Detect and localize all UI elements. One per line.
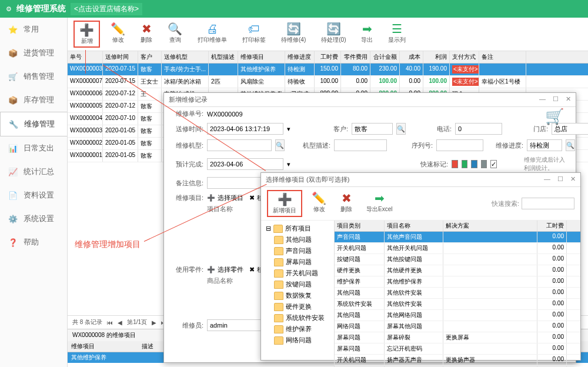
sidebar-item-销售管理[interactable]: 🛒销售管理 xyxy=(0,65,67,88)
tree-item[interactable]: 屏幕问题 xyxy=(263,256,332,268)
sidebar-item-统计汇总[interactable]: 📈统计汇总 xyxy=(0,160,67,184)
grid-header-5[interactable]: 维修项目 xyxy=(238,51,285,63)
toolbar-查询[interactable]: 🔍查询 xyxy=(163,21,187,48)
toolbar-显示列[interactable]: ☰显示列 xyxy=(383,21,410,48)
tree-item[interactable]: 数据恢复 xyxy=(263,290,332,301)
mark-clear[interactable]: ✓ xyxy=(490,160,497,168)
search-icon[interactable]: 🔍 xyxy=(566,139,575,151)
grid-header-10[interactable]: 成本 xyxy=(400,51,423,63)
grid-header-1[interactable]: 送修时间 xyxy=(103,51,138,63)
toolbar-待维修(4)[interactable]: 🔄待维修(4) xyxy=(276,21,310,48)
d2-table-row[interactable]: 开关机问题扬声器无声音更换扬声器0.00 xyxy=(335,355,580,366)
grid-row[interactable]: WX00000072020-07-15王女士冰箱/美的冰箱2匹风扇除尘待验收10… xyxy=(68,76,588,88)
mark-gray[interactable] xyxy=(481,160,487,168)
model-desc-input[interactable] xyxy=(334,139,387,151)
add-part-icon[interactable]: ➕ xyxy=(207,266,215,273)
d2-table-row[interactable]: 硬件更换其他硬件更换0.00 xyxy=(335,265,580,276)
store-name-button[interactable]: <点击设置店铺名称> xyxy=(71,3,142,15)
grid-header-7[interactable]: 工时费 xyxy=(315,51,341,63)
minimize-icon[interactable]: — xyxy=(539,95,546,104)
add-item-icon[interactable]: ➕ xyxy=(207,194,215,202)
d2-table-row[interactable]: 网络问题屏幕其他问题0.00 xyxy=(335,321,580,332)
cart-icon: 🛒 xyxy=(545,108,564,126)
expect-date-input[interactable] xyxy=(207,158,283,170)
d2-header[interactable]: 项目类别 xyxy=(335,221,385,231)
sidebar-item-维修管理[interactable]: 🔧维修管理 xyxy=(0,112,67,136)
d2-table-row[interactable]: 系统软件安装其他软件安装0.00 xyxy=(335,299,580,310)
grid-header-4[interactable]: 机型描述 xyxy=(209,51,238,63)
d2-table-row[interactable]: 声音问题其他声音问题0.00 xyxy=(335,232,580,243)
d2-table-row[interactable]: 开关机问题其他开关机问题0.00 xyxy=(335,243,580,254)
tree-item[interactable]: 硬件更换 xyxy=(263,301,332,312)
tree-item[interactable]: 网络问题 xyxy=(263,335,332,346)
close-icon[interactable]: ✕ xyxy=(570,175,576,184)
quick-search-input[interactable] xyxy=(522,198,574,209)
grid-header-13[interactable]: 备注 xyxy=(479,51,526,63)
close-icon[interactable]: ✕ xyxy=(566,95,571,104)
grid-header-11[interactable]: 利润 xyxy=(423,51,450,63)
d2-table-row[interactable]: 其他问题其他软件安装0.00 xyxy=(335,288,580,299)
toolbar-打印标签[interactable]: 🏷打印标签 xyxy=(238,21,270,48)
tree-item[interactable]: 其他问题 xyxy=(263,234,332,245)
sidebar-item-库存管理[interactable]: 📦库存管理 xyxy=(0,88,67,112)
tree-item[interactable]: 按键问题 xyxy=(263,279,332,290)
sidebar-item-进货管理[interactable]: 📦进货管理 xyxy=(0,41,67,65)
d2-table-row[interactable]: 屏幕问题忘记开机密码0.00 xyxy=(335,343,580,355)
remove-part-icon[interactable]: ✖ xyxy=(249,266,255,273)
sidebar-item-系统设置[interactable]: ⚙️系统设置 xyxy=(0,207,67,231)
sidebar-item-常用[interactable]: ⭐常用 xyxy=(0,18,67,41)
d2-table-row[interactable]: 按键问题其他按键问题0.00 xyxy=(335,254,580,265)
sidebar-icon: 🛒 xyxy=(7,71,19,82)
sidebar-item-日常支出[interactable]: 📊日常支出 xyxy=(0,136,67,160)
d2-table-row[interactable]: 屏幕问题屏幕碎裂更换屏幕0.00 xyxy=(335,332,580,343)
d2-table-row[interactable]: 其他问题其他网络问题0.00 xyxy=(335,310,580,321)
mark-green[interactable] xyxy=(462,160,468,168)
grid-header-9[interactable]: 合计金额 xyxy=(370,51,400,63)
grid-header-3[interactable]: 送修机型 xyxy=(162,51,209,63)
grid-header-2[interactable]: 客户 xyxy=(138,51,162,63)
toolbar-打印维修单[interactable]: 🖨打印维修单 xyxy=(193,21,232,48)
maximize-icon[interactable]: ☐ xyxy=(557,175,563,184)
grid-header-8[interactable]: 零件费用 xyxy=(341,51,370,63)
model-input[interactable] xyxy=(207,139,272,151)
pager-first[interactable]: ⏮ xyxy=(107,319,113,326)
mark-blue[interactable] xyxy=(471,160,477,168)
mark-red[interactable] xyxy=(452,160,458,168)
minimize-icon[interactable]: — xyxy=(544,175,550,184)
d2-toolbar-新增项目[interactable]: ➕新增项目 xyxy=(267,190,302,217)
send-time-input[interactable] xyxy=(207,123,283,135)
toolbar-修改[interactable]: ✏️修改 xyxy=(106,21,130,48)
toolbar-待处理(0)[interactable]: 🔄待处理(0) xyxy=(316,21,350,48)
serial-input[interactable] xyxy=(436,139,483,151)
tree-item[interactable]: 维护保养 xyxy=(263,323,332,335)
toolbar-新增[interactable]: ➕新增 xyxy=(74,21,100,48)
d2-toolbar-删除[interactable]: ✖删除 xyxy=(336,190,357,217)
d2-toolbar-导出Excel[interactable]: ➡导出Excel xyxy=(362,190,397,217)
progress-select[interactable] xyxy=(527,139,562,151)
sidebar-item-帮助[interactable]: ❓帮助 xyxy=(0,231,67,254)
grid-header-0[interactable]: 单号 xyxy=(68,51,103,63)
search-icon[interactable]: 🔍 xyxy=(275,139,285,151)
pager-prev[interactable]: ◀ xyxy=(118,319,122,326)
sidebar-item-资料设置[interactable]: 📄资料设置 xyxy=(0,184,67,207)
tree-item[interactable]: 开关机问题 xyxy=(263,268,332,279)
customer-input[interactable] xyxy=(352,123,393,135)
tree-item[interactable]: ⊟ 所有项目 xyxy=(263,223,332,234)
remove-item-icon[interactable]: ✖ xyxy=(249,194,255,202)
d2-header[interactable]: 项目名称 xyxy=(385,221,443,231)
tree-item[interactable]: 声音问题 xyxy=(263,245,332,256)
phone-input[interactable] xyxy=(455,123,502,135)
toolbar-删除[interactable]: ✖删除 xyxy=(136,21,157,48)
maximize-icon[interactable]: ☐ xyxy=(553,95,559,104)
d2-header[interactable]: 解决方案 xyxy=(443,221,537,231)
grid-header-12[interactable]: 支付方式 xyxy=(450,51,479,63)
search-icon[interactable]: 🔍 xyxy=(396,123,406,135)
grid-header-6[interactable]: 维修进度 xyxy=(285,51,315,63)
tree-item[interactable]: 系统软件安装 xyxy=(263,312,332,323)
d2-toolbar-修改[interactable]: ✏️修改 xyxy=(307,190,331,217)
d2-table-row[interactable]: 维护保养其他维护保养0.00 xyxy=(335,276,580,288)
grid-row[interactable]: WX00000032020-07-15散客手表/劳力士手...其他维护保养待检测… xyxy=(68,64,588,76)
d2-header[interactable]: 工时费 xyxy=(537,221,567,231)
toolbar-导出[interactable]: ➡导出 xyxy=(356,21,377,48)
pager-next[interactable]: ▶ xyxy=(152,319,156,326)
